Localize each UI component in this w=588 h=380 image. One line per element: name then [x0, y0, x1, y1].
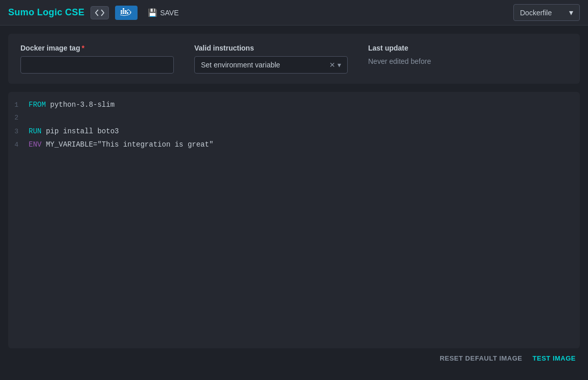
line-content-4: ENV MY_VARIABLE="This integration is gre…: [29, 139, 213, 150]
clear-icon[interactable]: ✕: [327, 61, 337, 69]
svg-rect-0: [121, 12, 122, 14]
save-button[interactable]: 💾 SAVE: [144, 6, 183, 20]
docker-icon-button[interactable]: [115, 6, 138, 20]
valid-instructions-value: Set environment variable: [201, 61, 280, 69]
save-floppy-icon: 💾: [148, 8, 157, 17]
line-content-1: FROM python-3.8-slim: [29, 99, 115, 110]
docker-image-input[interactable]: [20, 56, 174, 74]
select-inner: Set environment variable: [201, 61, 327, 69]
valid-instructions-field: Valid instructions Set environment varia…: [194, 44, 348, 74]
line-number-2: 2: [8, 113, 29, 124]
line-content-3: RUN pip install boto3: [29, 126, 119, 137]
valid-instructions-dropdown[interactable]: Set environment variable ✕ ▾: [194, 56, 348, 74]
test-image-button[interactable]: TEST IMAGE: [533, 354, 576, 362]
docker-whale-icon: [120, 8, 132, 17]
form-area: Docker image tag* Valid instructions Set…: [8, 34, 580, 84]
dropdown-chevron-icon: ▾: [569, 8, 573, 17]
navbar-left: Sumo Logic CSE 💾: [8, 6, 183, 20]
navbar: Sumo Logic CSE 💾: [0, 0, 588, 26]
svg-rect-5: [123, 10, 124, 12]
reset-default-button[interactable]: RESET DEFAULT IMAGE: [440, 354, 523, 362]
footer-bar: RESET DEFAULT IMAGE TEST IMAGE: [0, 348, 588, 368]
code-line-2: 2: [8, 112, 580, 125]
code-line-4: 4 ENV MY_VARIABLE="This integration is g…: [8, 138, 580, 152]
code-line-3: 3 RUN pip install boto3: [8, 125, 580, 138]
svg-rect-4: [121, 10, 122, 12]
valid-instructions-label: Valid instructions: [194, 44, 348, 52]
valid-instructions-chevron-icon: ▾: [337, 61, 341, 69]
svg-point-8: [130, 12, 131, 13]
line-number-1: 1: [8, 100, 29, 111]
docker-image-label: Docker image tag*: [20, 44, 174, 52]
svg-rect-7: [123, 8, 124, 10]
last-update-label: Last update: [368, 44, 431, 52]
app-title: Sumo Logic CSE: [8, 7, 84, 18]
dropdown-value: Dockerfile: [520, 9, 552, 17]
code-icon-button[interactable]: [91, 6, 109, 19]
file-type-dropdown[interactable]: Dockerfile ▾: [513, 4, 580, 21]
required-star: *: [82, 44, 84, 52]
code-line-1: 1 FROM python-3.8-slim: [8, 98, 580, 112]
docker-image-field: Docker image tag*: [20, 44, 174, 74]
line-number-3: 3: [8, 127, 29, 137]
last-update-value: Never edited before: [368, 56, 431, 65]
line-number-4: 4: [8, 140, 29, 151]
svg-rect-3: [127, 12, 128, 14]
svg-rect-6: [125, 10, 126, 12]
code-editor[interactable]: 1 FROM python-3.8-slim 2 3 RUN pip insta…: [8, 92, 580, 348]
svg-rect-1: [123, 12, 124, 14]
svg-rect-2: [125, 12, 126, 14]
code-icon: [95, 9, 104, 16]
last-update-section: Last update Never edited before: [368, 44, 431, 65]
save-label: SAVE: [160, 9, 178, 17]
